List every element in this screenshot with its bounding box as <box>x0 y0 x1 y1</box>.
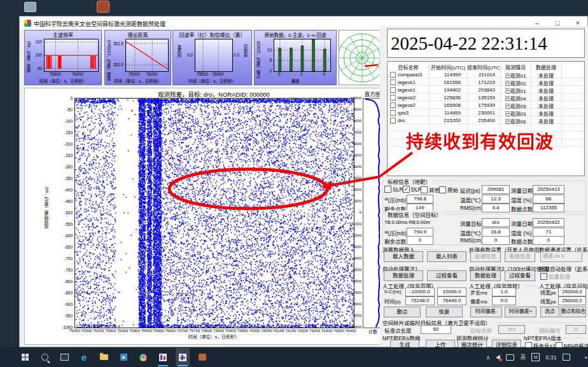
residual-plot-area[interactable] <box>74 98 354 328</box>
delete-points-button[interactable]: 删点 <box>384 307 421 317</box>
y-tick: -700 <box>55 256 73 261</box>
hist-y-tick: 2000 <box>345 188 361 191</box>
space-count-label: 数据点数 <box>511 237 533 245</box>
time-max-field[interactable]: 76449.0 <box>437 296 466 305</box>
obs-status: 已观测02 <box>500 80 531 87</box>
delete-fit-button[interactable]: 删点和拟合 <box>561 307 586 317</box>
search-icon[interactable] <box>38 348 52 366</box>
chrome-icon[interactable] <box>136 348 150 366</box>
edge-peek-arrow[interactable]: ◂ <box>584 355 587 360</box>
end-time: 235400 <box>467 118 495 123</box>
target-field[interactable]: dro <box>482 218 510 227</box>
space-date-field[interactable]: 20250422 <box>533 218 564 227</box>
time-min-field[interactable]: 75248.0 <box>405 296 435 305</box>
app-window-icon-1[interactable] <box>156 348 170 366</box>
sogou-tray-icon[interactable]: M <box>531 353 540 361</box>
row-checkbox[interactable] <box>390 95 396 100</box>
tb-rb-readout: TB:0.00ms RB:0.00m <box>384 219 430 225</box>
space-rms-label: RMS(cm) <box>460 237 483 244</box>
space-humid-field[interactable]: 71 <box>533 228 564 237</box>
slr-checkbox[interactable]: SLR <box>384 186 403 193</box>
start-button[interactable] <box>18 348 32 366</box>
debris-name-label: 目标名称 <box>470 326 492 334</box>
cal-humid-field[interactable]: 66 <box>533 195 564 204</box>
table-header: 开始时间(UTC) <box>429 64 467 71</box>
app-window-icon-3[interactable] <box>195 348 209 366</box>
load-data-button[interactable]: 载入数据 <box>384 251 423 262</box>
y-tick: -900 <box>55 302 73 307</box>
cal-date-field[interactable]: 20250413 <box>533 185 564 194</box>
row-checkbox[interactable] <box>390 80 396 85</box>
network-icon[interactable] <box>506 354 514 361</box>
cal-count-label: 数据点数 <box>511 205 533 212</box>
desktop-shortcut-icon[interactable] <box>24 2 36 12</box>
target-pass-table[interactable]: 目标名称开始时间(UTC)结束时间(UTC)观测情况数据处理compassi31… <box>387 61 585 176</box>
app-window-icon-2[interactable] <box>176 348 190 366</box>
cal-pressure-field[interactable]: 798.8 <box>407 195 433 204</box>
time-offset-minus-button[interactable]: 时间偏差- <box>470 307 502 317</box>
start-time: 125836 <box>429 95 461 100</box>
task-view-icon[interactable] <box>57 348 71 366</box>
linewidth2-field[interactable]: 250000.0 <box>558 296 586 305</box>
time-offset-plus-button[interactable]: 时间偏差+ <box>505 307 536 317</box>
space-points-label: 剩余点数 <box>384 237 406 245</box>
oc-max-field[interactable]: 10000.0 <box>437 287 466 296</box>
space-pressure-field[interactable]: 794.9 <box>407 228 433 237</box>
select-points-button[interactable]: 选点 <box>540 307 559 317</box>
target-name: lageos2 <box>398 95 416 100</box>
auto2-process-button[interactable]: 数据处理 <box>470 270 501 281</box>
hist-y-tick: -10000 <box>345 325 361 329</box>
oc-min-field[interactable]: -10000.0 <box>405 287 435 296</box>
row-checkbox[interactable] <box>390 102 396 108</box>
linewidth1-field[interactable]: 250000.0 <box>558 287 586 296</box>
restore-button[interactable]: 恢复 <box>426 307 463 317</box>
start-time: 161556 <box>429 80 461 85</box>
load-list-button[interactable]: 载入列表 <box>427 251 466 262</box>
space-date-label: 测量日期 <box>511 219 533 227</box>
row-checkbox[interactable] <box>390 110 396 116</box>
space-humid-label: 湿度 (%) <box>511 229 532 237</box>
hist-y-tick: -9000 <box>345 314 361 317</box>
y-tick: -850 <box>55 291 73 295</box>
target-label: 测量目标 <box>460 219 482 227</box>
other-checkbox[interactable]: 其他 <box>421 186 440 193</box>
row-checkbox[interactable] <box>390 72 396 78</box>
auto1-process-button[interactable]: 数据处理 <box>384 270 423 281</box>
step-field[interactable]: 1.0 <box>492 287 516 296</box>
volume-icon[interactable] <box>496 355 500 360</box>
auto2-view-button[interactable]: 过程查看 <box>505 270 535 281</box>
tray-chevron-icon[interactable]: ∧ <box>486 354 491 361</box>
clock-tray[interactable]: 6:31 <box>545 354 557 361</box>
cal-temp-field[interactable]: 12.3 <box>482 195 510 204</box>
end-time: 135159 <box>467 95 495 100</box>
chart-panel-main-frequency: 主波频率频率（单位：Hz）901001107550076000时间（单位：s，日… <box>24 30 102 85</box>
space-temp-field[interactable]: 16.8 <box>482 228 510 237</box>
space-rms-field: 0 <box>482 236 510 245</box>
residual-plot-panel: 观测残差，目标: dro，NORADID: 000000 观测残差（单位：ns）… <box>24 88 386 345</box>
y-tick: -800 <box>55 279 73 284</box>
desktop-shortcut-icon-2[interactable] <box>97 1 109 13</box>
table-header: 结束时间(UTC) <box>467 64 500 71</box>
linewidth2-label: 线宽ps <box>540 298 556 305</box>
ime-indicator[interactable]: 英 <box>520 353 526 361</box>
y-tick: -450 <box>55 199 73 204</box>
edge-icon[interactable]: e <box>77 348 91 366</box>
cal-rms-label: RMS(cm) <box>460 205 483 211</box>
x-tick: 76400 <box>344 328 358 333</box>
cospar-id-field: 0 <box>566 325 586 334</box>
delay-field[interactable]: 299081 <box>482 185 510 194</box>
np-length-field[interactable]: 60 <box>421 325 451 334</box>
section-debris-info: 空间碎片或临时目标信息（激光卫星不适用） <box>382 319 585 326</box>
deviation-field[interactable]: 0.0 <box>492 296 516 305</box>
photos-icon[interactable] <box>116 348 130 366</box>
row-checkbox[interactable] <box>390 118 396 123</box>
notification-center-icon[interactable] <box>563 354 570 361</box>
row-checkbox[interactable] <box>390 87 396 93</box>
start-time: 114959 <box>429 72 461 78</box>
auto1-view-button[interactable]: 过程查看 <box>427 270 466 281</box>
file-explorer-icon[interactable] <box>97 348 111 366</box>
section-batch: 批量自动处理（此系统不适用） <box>539 265 586 272</box>
raw-checkbox[interactable]: 原始 <box>439 186 458 193</box>
dlr-checkbox[interactable]: ✓DLR <box>403 186 422 193</box>
process-status: 未处理 <box>531 102 561 109</box>
